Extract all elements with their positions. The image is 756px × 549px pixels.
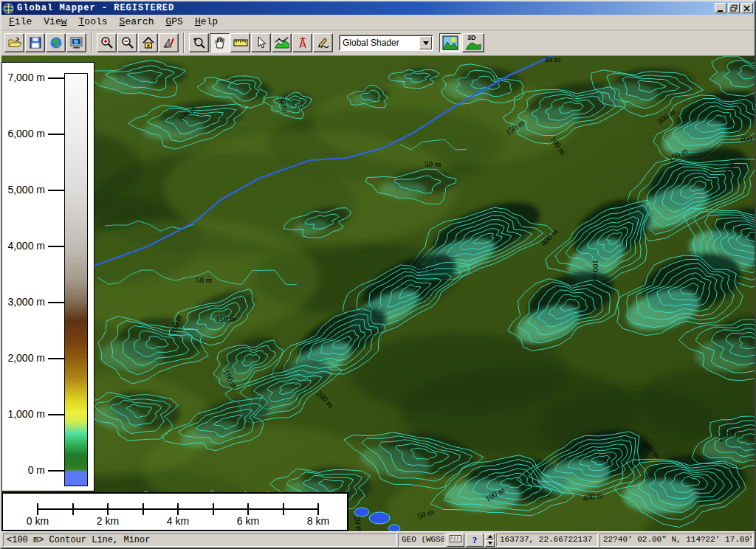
toolbar-separator bbox=[91, 32, 92, 53]
zoom-tool-icon bbox=[193, 36, 206, 49]
elevation-gradient-bar bbox=[64, 73, 88, 486]
global-mapper-window: Global Mapper - REGISTERED FileViewTools… bbox=[0, 0, 756, 549]
scale-label: 0 km bbox=[16, 515, 60, 527]
scale-tick bbox=[107, 503, 109, 515]
scale-label: 2 km bbox=[86, 515, 130, 527]
save-button[interactable] bbox=[25, 33, 45, 52]
menu-item-tools[interactable]: Tools bbox=[73, 15, 114, 28]
3d-view-button[interactable]: 3D bbox=[462, 33, 484, 52]
close-button[interactable] bbox=[741, 3, 753, 13]
legend-tick-label: 6,000 m bbox=[2, 128, 45, 139]
title-bar[interactable]: Global Mapper - REGISTERED bbox=[1, 1, 755, 15]
shader-select-value: Global Shader bbox=[340, 38, 419, 48]
contour-label: 30 m bbox=[544, 56, 561, 63]
open-icon bbox=[7, 36, 22, 49]
scale-tick bbox=[177, 503, 179, 515]
restore-button[interactable] bbox=[728, 3, 740, 13]
3d-view-label: 3D bbox=[467, 34, 476, 41]
legend-tick bbox=[48, 190, 65, 191]
pan-tool-button[interactable] bbox=[210, 33, 230, 52]
scale-label: 8 km bbox=[296, 515, 340, 527]
menu-bar: FileViewToolsSearchGPSHelp bbox=[1, 15, 755, 30]
coordinate-format-spinner[interactable] bbox=[485, 534, 495, 547]
path-profile-button[interactable] bbox=[272, 33, 292, 52]
overlay-center-button[interactable] bbox=[46, 33, 66, 52]
2d-view-icon bbox=[442, 35, 458, 50]
contour-label: 300 m bbox=[413, 264, 434, 273]
minimize-button[interactable] bbox=[715, 3, 726, 13]
contour-label: 50 m bbox=[425, 159, 441, 168]
full-view-icon bbox=[142, 36, 155, 49]
zoom-out-button[interactable] bbox=[117, 33, 137, 52]
status-coords-xy: 163737, 22.66722137 ) bbox=[496, 534, 598, 547]
zoom-in-button[interactable] bbox=[97, 33, 117, 52]
digitizer-tool-button[interactable] bbox=[313, 33, 333, 52]
save-icon bbox=[29, 36, 42, 49]
spinner-up-button[interactable] bbox=[485, 534, 495, 540]
scale-tick bbox=[213, 503, 214, 515]
coordinate-entry-button[interactable] bbox=[447, 534, 464, 547]
app-icon bbox=[3, 3, 14, 14]
toolbar: Global Shader 3D bbox=[1, 30, 755, 56]
status-feature-info: <100 m> Contour Line, Minor bbox=[3, 534, 396, 547]
status-projection: GEO (WGS8 bbox=[398, 534, 445, 547]
scale-bar: 0 km2 km4 km6 km8 km bbox=[1, 492, 348, 531]
zoom-in-icon bbox=[100, 36, 114, 49]
scale-label: 4 km bbox=[156, 515, 200, 527]
legend-tick bbox=[48, 358, 65, 359]
lake bbox=[388, 525, 400, 531]
view-shed-button[interactable] bbox=[292, 33, 312, 52]
scale-tick bbox=[142, 503, 144, 515]
path-profile-icon bbox=[275, 36, 289, 49]
measure-icon bbox=[233, 38, 248, 48]
legend-tick-label: 2,000 m bbox=[2, 352, 45, 364]
legend-tick bbox=[48, 246, 65, 247]
legend-tick-label: 1,000 m bbox=[2, 408, 45, 420]
scale-label: 6 km bbox=[226, 515, 270, 527]
world-icon bbox=[49, 36, 63, 49]
menu-item-search[interactable]: Search bbox=[114, 15, 160, 28]
legend-tick bbox=[48, 77, 65, 79]
legend-tick bbox=[48, 134, 65, 135]
legend-tick-label: 3,000 m bbox=[2, 296, 45, 308]
2d-view-button[interactable] bbox=[439, 33, 461, 52]
open-button[interactable] bbox=[4, 33, 24, 52]
capture-screen-button[interactable] bbox=[66, 33, 86, 52]
menu-item-gps[interactable]: GPS bbox=[159, 15, 188, 28]
keyboard-icon bbox=[450, 535, 461, 545]
chevron-down-icon bbox=[423, 41, 429, 45]
menu-item-help[interactable]: Help bbox=[189, 15, 224, 28]
triangle-down-icon bbox=[488, 542, 492, 545]
screen-capture-icon bbox=[69, 36, 84, 49]
contour-label: 100 m bbox=[591, 260, 600, 280]
menu-item-view[interactable]: View bbox=[38, 15, 72, 28]
spinner-down-button[interactable] bbox=[485, 540, 495, 547]
map-viewport[interactable]: 100 m50 m50 m30 m150 m100 m300 m400 m100… bbox=[1, 56, 755, 531]
legend-tick bbox=[48, 470, 65, 472]
scale-tick bbox=[37, 503, 38, 515]
scale-tick bbox=[317, 503, 319, 515]
status-bar: <100 m> Contour Line, Minor GEO (WGS8 ? … bbox=[1, 531, 755, 548]
full-view-button[interactable] bbox=[138, 33, 158, 52]
set-scale-button[interactable] bbox=[159, 33, 179, 52]
shader-select[interactable]: Global Shader bbox=[339, 35, 433, 51]
picker-tool-button[interactable] bbox=[251, 33, 271, 52]
measure-tool-button[interactable] bbox=[230, 33, 250, 52]
zoom-tool-button[interactable] bbox=[189, 33, 209, 52]
contour-label: 150 m bbox=[216, 314, 236, 323]
help-button[interactable]: ? bbox=[466, 534, 484, 547]
menu-item-file[interactable]: File bbox=[3, 15, 38, 28]
terrain-map[interactable]: 100 m50 m50 m30 m150 m100 m300 m400 m100… bbox=[1, 56, 755, 531]
help-icon: ? bbox=[472, 534, 478, 546]
digitizer-icon bbox=[317, 36, 330, 49]
view-shed-icon bbox=[297, 36, 309, 49]
combo-dropdown-button[interactable] bbox=[419, 36, 432, 49]
legend-tick bbox=[48, 414, 65, 415]
legend-tick-label: 0 m bbox=[2, 464, 45, 476]
elevation-legend: 7,000 m6,000 m5,000 m4,000 m3,000 m2,000… bbox=[1, 62, 94, 491]
pan-hand-icon bbox=[213, 36, 227, 49]
picker-arrow-icon bbox=[255, 36, 267, 49]
contour-label: 400 bbox=[740, 134, 752, 143]
window-title: Global Mapper - REGISTERED bbox=[17, 3, 715, 13]
lake bbox=[369, 512, 390, 524]
